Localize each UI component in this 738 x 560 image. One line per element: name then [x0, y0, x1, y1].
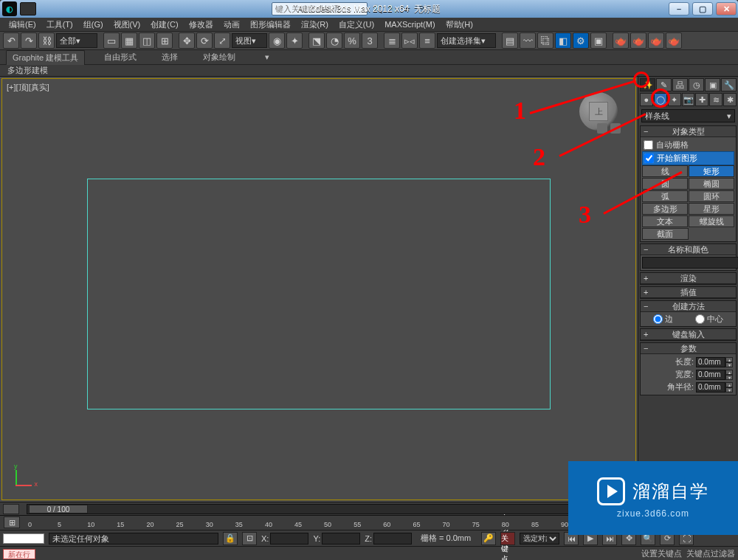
- cp-tab-motion[interactable]: ◷: [689, 78, 704, 91]
- select-manipulate-button[interactable]: ✦: [286, 32, 303, 49]
- cp-tab-modify[interactable]: ✎: [656, 78, 672, 91]
- spin-up-icon[interactable]: ▴: [725, 370, 733, 375]
- window-crossing-button[interactable]: ⊞: [156, 32, 173, 49]
- coord-z-input[interactable]: [373, 533, 412, 545]
- viewcube-face[interactable]: 上: [589, 102, 608, 121]
- app-menu-button[interactable]: [20, 2, 36, 15]
- lock-selection-button[interactable]: 🔒: [223, 532, 238, 545]
- wrench-icon[interactable]: 🔧: [387, 3, 399, 15]
- spin-down-icon[interactable]: ▾: [725, 362, 733, 367]
- creation-edge-radio[interactable]: 边: [653, 314, 673, 325]
- shape-line-button[interactable]: 线: [642, 165, 688, 177]
- scale-button[interactable]: ⤢: [214, 32, 230, 49]
- param-width-input[interactable]: [696, 370, 725, 380]
- help-icon[interactable]: ?: [416, 3, 428, 15]
- viewport-top[interactable]: [+][顶][真实] 上: [1, 78, 636, 500]
- shape-helix-button[interactable]: 螺旋线: [689, 215, 734, 227]
- param-length-input[interactable]: [696, 357, 725, 367]
- rotate-button[interactable]: ⟳: [196, 32, 213, 49]
- shape-star-button[interactable]: 星形: [689, 203, 734, 215]
- render-activeshade-button[interactable]: 🫖: [648, 32, 664, 49]
- create-lights-icon[interactable]: ✦: [668, 93, 681, 106]
- percent-snap-button[interactable]: %: [344, 32, 360, 49]
- time-tag-button[interactable]: 🔑: [481, 532, 496, 545]
- angle-snap-button[interactable]: ◔: [326, 32, 342, 49]
- render-iter-button[interactable]: 🫖: [630, 32, 646, 49]
- render-frame-button[interactable]: ▣: [590, 32, 607, 49]
- ribbon-tab-freeform[interactable]: 自由形式: [98, 50, 142, 64]
- menu-create[interactable]: 创建(C): [146, 18, 182, 31]
- object-name-input[interactable]: [642, 257, 738, 269]
- rollout-head-rendering[interactable]: 渲染: [641, 273, 736, 284]
- redo-button[interactable]: ↷: [21, 32, 37, 49]
- spin-up-icon[interactable]: ▴: [725, 357, 733, 362]
- cp-tab-hierarchy[interactable]: 品: [672, 78, 688, 91]
- render-prod-button[interactable]: 🫖: [613, 32, 629, 49]
- rollout-head-object-type[interactable]: 对象类型: [641, 126, 736, 137]
- menu-animation[interactable]: 动画: [219, 18, 244, 31]
- time-slider-thumb[interactable]: 0 / 100: [29, 505, 88, 514]
- shape-section-button[interactable]: 截面: [642, 228, 689, 240]
- menu-customize[interactable]: 自定义(U): [334, 18, 379, 31]
- rollout-head-keyboard[interactable]: 键盘输入: [641, 329, 736, 340]
- selection-filter-dropdown[interactable]: 全部 ▾: [56, 33, 97, 48]
- minimize-button[interactable]: –: [669, 2, 689, 15]
- coord-x-input[interactable]: [270, 533, 308, 545]
- key-mode-button[interactable]: ⊞: [4, 516, 20, 528]
- cp-tab-utilities[interactable]: 🔧: [721, 78, 737, 91]
- create-cameras-icon[interactable]: 📷: [682, 93, 695, 106]
- render-last-button[interactable]: 🫖: [666, 32, 682, 49]
- create-geometry-icon[interactable]: ●: [640, 93, 653, 106]
- cp-tab-display[interactable]: ▣: [705, 78, 720, 91]
- render-setup-button[interactable]: ⚙: [573, 32, 589, 49]
- material-editor-button[interactable]: ◧: [555, 32, 571, 49]
- create-helpers-icon[interactable]: ✚: [695, 93, 708, 106]
- snap-toggle-button[interactable]: ⬔: [308, 32, 325, 49]
- menu-view[interactable]: 视图(V): [109, 18, 145, 31]
- layers-button[interactable]: ▤: [502, 32, 518, 49]
- select-region-button[interactable]: ◫: [139, 32, 155, 49]
- spin-down-icon[interactable]: ▾: [725, 375, 733, 380]
- menu-modifiers[interactable]: 修改器: [184, 18, 218, 31]
- viewcube-home-icon[interactable]: [597, 123, 607, 134]
- drawn-rectangle[interactable]: [87, 179, 551, 409]
- viewcube-menu-icon[interactable]: [610, 123, 621, 134]
- start-new-shape-checkbox[interactable]: 开始新图形: [642, 151, 734, 165]
- ribbon-collapse-button[interactable]: ▾: [259, 51, 275, 63]
- creation-center-radio[interactable]: 中心: [695, 314, 723, 325]
- shape-ellipse-button[interactable]: 椭圆: [689, 178, 734, 190]
- shape-circle-button[interactable]: 圆: [642, 178, 688, 190]
- pivot-button[interactable]: ◉: [269, 32, 285, 49]
- create-shapes-icon[interactable]: ◯: [654, 93, 667, 106]
- ribbon-tab-paint[interactable]: 对象绘制: [197, 50, 241, 64]
- rollout-head-interpolation[interactable]: 插值: [641, 287, 736, 298]
- isolate-button[interactable]: ⊡: [242, 532, 257, 545]
- create-systems-icon[interactable]: ✱: [723, 93, 737, 106]
- menu-render[interactable]: 渲染(R): [297, 18, 333, 31]
- select-object-button[interactable]: ▭: [103, 32, 120, 49]
- ref-coord-dropdown[interactable]: 视图 ▾: [232, 33, 267, 48]
- viewport-label[interactable]: [+][顶][真实]: [7, 82, 49, 93]
- menu-graph[interactable]: 图形编辑器: [246, 18, 295, 31]
- rollout-head-creation[interactable]: 创建方法: [641, 301, 736, 312]
- shape-donut-button[interactable]: 圆环: [689, 190, 734, 202]
- shape-text-button[interactable]: 文本: [642, 215, 688, 227]
- shape-arc-button[interactable]: 弧: [642, 190, 688, 202]
- move-button[interactable]: ✥: [179, 32, 195, 49]
- menu-help[interactable]: 帮助(H): [441, 18, 477, 31]
- menu-edit[interactable]: 编辑(E): [4, 18, 41, 31]
- spinner-snap-button[interactable]: 3: [362, 32, 378, 49]
- close-button[interactable]: ✕: [716, 2, 737, 15]
- setkey-label[interactable]: 设置关键点: [641, 548, 682, 559]
- auto-grid-checkbox[interactable]: 自动栅格: [642, 139, 734, 151]
- shape-ngon-button[interactable]: 多边形: [642, 203, 688, 215]
- menu-tools[interactable]: 工具(T): [42, 18, 77, 31]
- keyfilter-label[interactable]: 关键点过滤器: [686, 548, 735, 559]
- maximize-button[interactable]: ▢: [692, 2, 713, 15]
- menu-maxscript[interactable]: MAXScript(M): [380, 19, 439, 30]
- select-name-button[interactable]: ▦: [121, 32, 137, 49]
- param-corner-input[interactable]: [696, 382, 725, 393]
- ribbon-tab-selection[interactable]: 选择: [156, 50, 184, 64]
- mirror-button[interactable]: ▹◃: [401, 32, 418, 49]
- key-filter-dropdown[interactable]: 选定对象: [520, 533, 559, 545]
